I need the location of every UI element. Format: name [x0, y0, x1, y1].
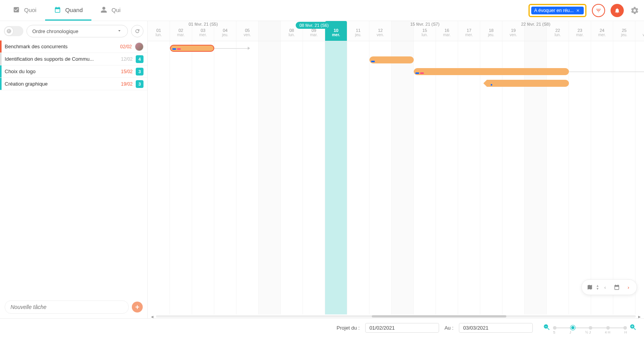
gantt-row: [148, 78, 644, 89]
day-column[interactable]: 24mer.: [591, 21, 613, 41]
top-bar: Quoi Quand Qui A évoquer en réu...: [0, 0, 644, 21]
filter-chip[interactable]: A évoquer en réu...: [531, 7, 584, 14]
zoom-step-label: 4 H: [605, 330, 610, 334]
zoom-step-label: ½ J: [585, 330, 591, 334]
day-column[interactable]: [259, 21, 281, 41]
task-name: Benchmark des concurrents: [5, 44, 117, 49]
week-label: 08 févr. 21 (S6): [296, 22, 332, 29]
zoom-in-icon[interactable]: [629, 323, 637, 332]
close-icon[interactable]: [576, 8, 581, 13]
timeline-hscroll[interactable]: ◂ ▸: [148, 314, 644, 318]
project-to-input[interactable]: [459, 323, 533, 333]
new-task-input[interactable]: [5, 300, 129, 314]
add-task-button[interactable]: +: [132, 302, 143, 312]
day-column[interactable]: 17mer.: [458, 21, 480, 41]
tag-icon: [172, 48, 176, 50]
tab-quand[interactable]: Quand: [45, 0, 91, 21]
project-from-label: Projet du :: [337, 325, 360, 331]
day-column[interactable]: 11jeu.: [347, 21, 369, 41]
gantt-bar[interactable]: [414, 68, 569, 75]
day-column[interactable]: 25jeu.: [613, 21, 635, 41]
task-row[interactable]: Choix du logo 15/02 3: [0, 65, 147, 78]
map-icon[interactable]: [585, 282, 595, 292]
gantt-row: [148, 54, 644, 65]
task-row[interactable]: Identification des supports de Commu... …: [0, 53, 147, 65]
tag-icon: [177, 48, 181, 50]
day-column[interactable]: 18jeu.: [480, 21, 502, 41]
tag-icon: [415, 72, 419, 74]
task-date: 19/02: [121, 81, 133, 87]
task-count-badge: 4: [136, 55, 144, 63]
project-from-input[interactable]: [365, 323, 439, 333]
gantt-bar[interactable]: [369, 56, 414, 63]
week-label: 15 févr. 21 (S7): [410, 22, 439, 26]
zoom-step[interactable]: [606, 326, 610, 330]
gantt-bar[interactable]: [487, 80, 569, 87]
zoom-step[interactable]: [623, 326, 627, 330]
gantt-bar[interactable]: [170, 45, 214, 52]
tab-qui-label: Qui: [112, 7, 121, 13]
task-list: Benchmark des concurrents 02/02 Identifi…: [0, 40, 147, 296]
task-name: Choix du logo: [5, 68, 118, 74]
task-priority-bar: [0, 65, 2, 77]
tab-qui[interactable]: Qui: [91, 0, 129, 21]
filter-chip-highlight: A évoquer en réu...: [528, 4, 586, 17]
task-name: Identification des supports de Commu...: [5, 56, 118, 62]
scroll-thumb[interactable]: [372, 315, 506, 318]
day-column[interactable]: 23mar.: [569, 21, 591, 41]
timeline: 01lun.02mar.03mer.04jeu.05ven.08lun.09ma…: [148, 21, 644, 318]
week-label: 22 févr. 21 (S8): [521, 22, 550, 26]
sort-select-label: Ordre chronologique: [32, 28, 79, 34]
gantt-row: [148, 43, 644, 54]
chevron-down-icon[interactable]: ▾: [597, 287, 598, 290]
week-label: 01 févr. 21 (S5): [189, 22, 218, 26]
task-sidebar: Ordre chronologique Benchmark des concur…: [0, 21, 148, 318]
zoom-step-label: J: [569, 330, 571, 334]
filter-button[interactable]: [592, 4, 605, 17]
zoom-step[interactable]: [570, 325, 575, 330]
timeline-header: 01lun.02mar.03mer.04jeu.05ven.08lun.09ma…: [148, 21, 644, 41]
project-to-label: Au :: [444, 325, 453, 331]
calendar-today-icon[interactable]: [612, 282, 622, 292]
main-tabs: Quoi Quand Qui: [4, 0, 129, 21]
zoom-control: SJ½ J4 HH: [543, 323, 637, 332]
task-row[interactable]: Benchmark des concurrents 02/02: [0, 40, 147, 53]
bottom-bar: Projet du : Au : SJ½ J4 HH: [0, 318, 644, 337]
zoom-step[interactable]: [589, 326, 592, 330]
task-count-badge: 3: [136, 68, 144, 75]
zoom-step-label: S: [553, 330, 555, 334]
timeline-body[interactable]: [148, 41, 644, 314]
zoom-out-icon[interactable]: [543, 323, 551, 332]
day-column[interactable]: 12ven.: [369, 21, 392, 41]
task-priority-bar: [0, 78, 2, 90]
zoom-step-label: H: [624, 330, 627, 334]
calendar-icon: [54, 6, 61, 14]
task-count-badge: 3: [136, 80, 144, 88]
task-row[interactable]: Création graphique 19/02 3: [0, 78, 147, 90]
tab-quand-label: Quand: [65, 7, 83, 13]
zoom-slider[interactable]: SJ½ J4 HH: [553, 327, 627, 328]
filter-chip-label: A évoquer en réu...: [534, 8, 574, 13]
refresh-button[interactable]: [131, 25, 144, 37]
avatar: [135, 42, 144, 51]
day-column[interactable]: 05ven.: [236, 21, 259, 41]
gantt-row: [148, 66, 644, 77]
tab-quoi[interactable]: Quoi: [4, 0, 45, 21]
notifications-button[interactable]: [611, 4, 624, 17]
zoom-step[interactable]: [553, 326, 556, 330]
tag-icon: [371, 61, 375, 62]
task-priority-bar: [0, 40, 2, 53]
person-icon: [100, 6, 108, 14]
clock-toggle[interactable]: [4, 26, 23, 36]
day-column[interactable]: 01lun.: [148, 21, 170, 41]
timeline-nav-pill: ▴ ▾ ‹ ›: [581, 279, 637, 295]
tab-quoi-label: Quoi: [24, 7, 37, 13]
tag-icon: [420, 72, 424, 74]
timeline-prev-button[interactable]: ‹: [600, 282, 610, 292]
task-date: 02/02: [120, 44, 132, 49]
sort-select[interactable]: Ordre chronologique: [26, 25, 128, 37]
timeline-next-button[interactable]: ›: [623, 282, 634, 292]
day-column[interactable]: 26ven.: [635, 21, 644, 41]
settings-button[interactable]: [629, 5, 640, 16]
task-date: 15/02: [121, 69, 133, 74]
